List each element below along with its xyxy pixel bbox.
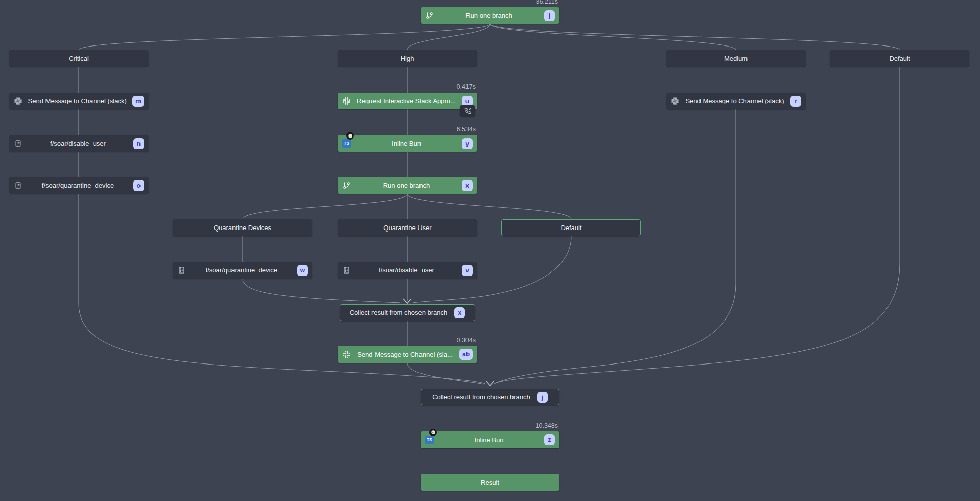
slack-icon bbox=[342, 97, 351, 105]
node-label: Send Message to Channel (slack) bbox=[26, 98, 128, 104]
branch-header-critical[interactable]: Critical bbox=[9, 50, 149, 67]
node-label: Run one branch bbox=[355, 182, 458, 189]
flow-edges bbox=[0, 0, 980, 501]
branch-header-default[interactable]: Default bbox=[830, 50, 969, 67]
typescript-bun-icon: TS bbox=[425, 436, 434, 444]
step-request-approval[interactable]: 0.417s Request Interactive Slack Appro..… bbox=[338, 93, 477, 109]
step-send-message-critical[interactable]: Send Message to Channel (slack) m bbox=[9, 93, 149, 109]
step-run-one-branch-inner[interactable]: Run one branch x bbox=[338, 177, 477, 194]
branch-header-label: Medium bbox=[724, 55, 748, 62]
step-timing: 0.417s bbox=[456, 84, 476, 90]
branch-icon bbox=[425, 12, 434, 19]
node-label: Send Message to Channel (sla... bbox=[355, 351, 455, 358]
branch-header-label: Quarantine Devices bbox=[214, 224, 271, 231]
step-disable-user-critical[interactable]: f/soar/disable_user n bbox=[9, 135, 149, 152]
step-quarantine-device-sub[interactable]: f/soar/quarantine_device w bbox=[173, 262, 312, 279]
bun-icon bbox=[429, 429, 437, 436]
branch-icon bbox=[342, 181, 351, 189]
branch-header-medium[interactable]: Medium bbox=[666, 50, 806, 67]
step-send-message-medium[interactable]: Send Message to Channel (slack) r bbox=[666, 93, 806, 109]
book-icon bbox=[342, 266, 351, 274]
node-badge: ab bbox=[459, 349, 473, 360]
result-node[interactable]: Result bbox=[421, 474, 559, 491]
node-badge: z bbox=[544, 434, 555, 445]
node-badge: y bbox=[462, 138, 473, 149]
step-timing: 6.534s bbox=[456, 126, 476, 133]
step-quarantine-device-critical[interactable]: f/soar/quarantine_device o bbox=[9, 177, 149, 194]
node-badge: x bbox=[462, 180, 473, 191]
slack-icon bbox=[671, 97, 679, 105]
node-badge: m bbox=[132, 96, 144, 107]
node-badge: j bbox=[544, 10, 555, 21]
branch-header-label: High bbox=[401, 55, 414, 62]
step-disable-user-sub[interactable]: f/soar/disable_user v bbox=[338, 262, 477, 279]
slack-icon bbox=[342, 351, 351, 358]
node-badge: r bbox=[790, 96, 801, 107]
slack-icon bbox=[14, 97, 22, 105]
node-label: Result bbox=[481, 479, 499, 486]
bun-icon bbox=[346, 132, 354, 140]
root-run-one-branch-node[interactable]: 36.211s Run one branch j bbox=[421, 7, 559, 24]
book-icon bbox=[177, 266, 186, 274]
step-inline-bun-high[interactable]: 6.534s TS Inline Bun y bbox=[338, 135, 477, 152]
branch-header-label: Default bbox=[561, 224, 581, 231]
step-timing: 0.304s bbox=[456, 337, 476, 344]
book-icon bbox=[14, 140, 22, 147]
subbranch-header-default-selected[interactable]: Default bbox=[501, 219, 641, 236]
node-label: f/soar/quarantine_device bbox=[190, 267, 293, 274]
node-badge: o bbox=[133, 180, 144, 191]
node-badge: w bbox=[297, 265, 308, 276]
step-inline-bun-root[interactable]: 10.348s TS Inline Bun z bbox=[421, 431, 559, 448]
node-label: f/soar/quarantine_device bbox=[26, 182, 129, 189]
node-label: f/soar/disable_user bbox=[26, 140, 129, 147]
node-badge: x bbox=[454, 307, 465, 318]
typescript-icon: TS bbox=[342, 139, 351, 148]
node-badge: v bbox=[462, 265, 473, 276]
step-send-message-after-collect[interactable]: 0.304s Send Message to Channel (sla... a… bbox=[338, 346, 477, 363]
branch-header-high[interactable]: High bbox=[338, 50, 477, 67]
book-icon bbox=[14, 181, 22, 189]
collect-result-root-node[interactable]: Collect result from chosen branch j bbox=[421, 389, 559, 405]
node-label: Collect result from chosen branch bbox=[432, 394, 530, 400]
subbranch-header-quarantine-devices[interactable]: Quarantine Devices bbox=[173, 219, 312, 236]
branch-header-label: Quarantine User bbox=[383, 224, 431, 231]
collect-result-inner-node[interactable]: Collect result from chosen branch x bbox=[340, 304, 475, 321]
node-badge: n bbox=[133, 138, 144, 149]
node-label: Run one branch bbox=[438, 12, 540, 19]
subbranch-header-quarantine-user[interactable]: Quarantine User bbox=[338, 219, 477, 236]
typescript-bun-icon: TS bbox=[342, 139, 351, 148]
node-label: Send Message to Channel (slack) bbox=[683, 98, 786, 104]
root-timing: 36.211s bbox=[536, 0, 558, 5]
node-label: f/soar/disable_user bbox=[355, 267, 458, 274]
node-badge: j bbox=[537, 392, 548, 403]
node-label: Inline Bun bbox=[438, 437, 540, 443]
typescript-icon: TS bbox=[425, 436, 434, 444]
phone-incoming-icon bbox=[460, 105, 475, 117]
node-label: Inline Bun bbox=[355, 140, 458, 147]
branch-header-label: Default bbox=[889, 55, 910, 62]
node-label: Collect result from chosen branch bbox=[350, 309, 448, 316]
node-label: Request Interactive Slack Appro... bbox=[355, 98, 458, 104]
branch-header-label: Critical bbox=[69, 55, 89, 62]
step-timing: 10.348s bbox=[536, 423, 558, 429]
